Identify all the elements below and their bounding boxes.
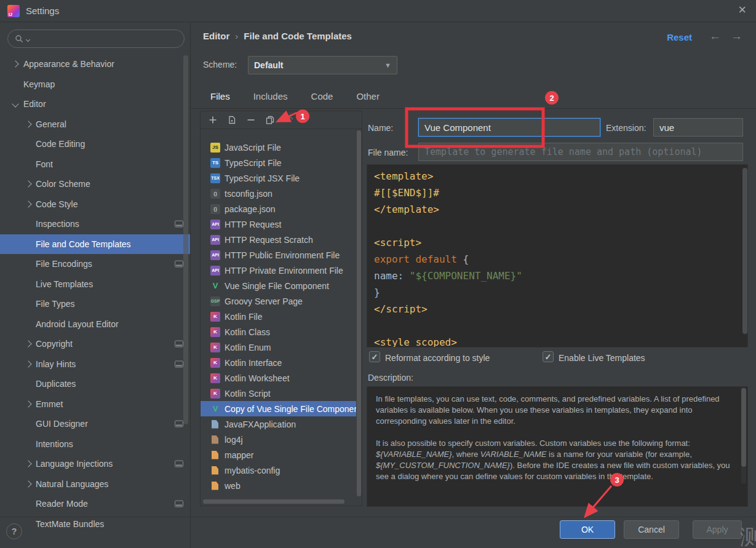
sidebar-item-language-injections[interactable]: Language Injections (0, 454, 190, 474)
template-item-vue-single-file-component[interactable]: VVue Single File Component (201, 278, 356, 293)
back-arrow-icon[interactable]: ← (709, 30, 721, 43)
file-type-icon: K (210, 327, 220, 337)
sidebar-item-android-layout-editor[interactable]: Android Layout Editor (0, 314, 190, 335)
template-item-mybatis-config[interactable]: mybatis-config (201, 463, 356, 478)
add-template-button[interactable] (208, 115, 218, 125)
remove-template-button[interactable] (246, 115, 256, 125)
template-list-horizontal-scrollbar[interactable] (203, 499, 344, 504)
chevron-right-icon (25, 341, 31, 347)
copy-template-button[interactable] (265, 115, 275, 125)
template-code-editor[interactable]: <template>#[[$END$]]#</template> <script… (367, 164, 748, 347)
create-child-template-button[interactable] (227, 115, 237, 125)
breadcrumb-page: File and Code Templates (244, 31, 352, 41)
template-item-label: web (225, 481, 241, 491)
template-item-javafxapplication[interactable]: JavaFXApplication (201, 416, 356, 432)
template-item-kotlin-enum[interactable]: KKotlin Enum (201, 340, 356, 355)
sidebar-item-appearance-behavior[interactable]: Appearance & Behavior (0, 54, 190, 74)
reset-link[interactable]: Reset (667, 32, 692, 42)
template-item-tsconfig-json[interactable]: {}tsconfig.json (201, 186, 356, 201)
sidebar-item-emmet[interactable]: Emmet (0, 394, 190, 415)
sidebar-item-file-types[interactable]: File Types (0, 294, 190, 314)
template-item-groovy-server-page[interactable]: GSPGroovy Server Page (201, 293, 356, 309)
sidebar-item-live-templates[interactable]: Live Templates (0, 274, 190, 295)
close-icon[interactable]: × (738, 2, 746, 18)
chevron-right-icon (25, 400, 31, 407)
name-input[interactable] (418, 118, 600, 137)
live-templates-checkbox[interactable]: ✓ (543, 351, 554, 362)
sidebar-item-reader-mode[interactable]: Reader Mode (0, 494, 190, 514)
template-item-label: Kotlin Worksheet (225, 373, 290, 383)
sidebar-scrollbar[interactable] (183, 55, 188, 424)
sidebar-item-file-encodings[interactable]: File Encodings (0, 254, 190, 274)
sidebar-item-label: GUI Designer (36, 419, 88, 429)
sidebar-item-inlay-hints[interactable]: Inlay Hints (0, 354, 190, 375)
sidebar-item-keymap[interactable]: Keymap (0, 74, 190, 95)
sidebar-item-color-scheme[interactable]: Color Scheme (0, 174, 190, 194)
code-line: #[[$END$]]# (374, 185, 747, 201)
description-scrollbar[interactable] (741, 388, 746, 467)
scheme-dropdown[interactable]: Default ▼ (248, 56, 397, 74)
sidebar-item-intentions[interactable]: Intentions (0, 434, 190, 455)
sidebar-item-gui-designer[interactable]: GUI Designer (0, 414, 190, 434)
settings-tree: Appearance & BehaviorKeymapEditorGeneral… (0, 54, 190, 534)
cancel-button[interactable]: Cancel (624, 520, 679, 539)
template-item-web[interactable]: web (201, 478, 356, 493)
code-line: <style scoped> (374, 334, 747, 347)
template-item-log4j[interactable]: log4j (201, 432, 356, 447)
sidebar-item-label: Intentions (36, 439, 73, 449)
file-type-icon: JS (210, 143, 220, 153)
template-item-http-request[interactable]: APIHTTP Request (201, 216, 356, 232)
sidebar-item-inspections[interactable]: Inspections (0, 214, 190, 234)
description-paragraph: It is also possible to specify custom va… (376, 438, 730, 482)
tab-other[interactable]: Other (355, 90, 381, 106)
sidebar-item-editor[interactable]: Editor (0, 94, 190, 114)
sidebar-item-code-editing[interactable]: Code Editing (0, 134, 190, 154)
template-item-typescript-jsx-file[interactable]: TSXTypeScript JSX File (201, 170, 356, 186)
screen-badge-icon (175, 221, 183, 228)
template-item-kotlin-script[interactable]: KKotlin Script (201, 386, 356, 401)
tab-includes[interactable]: Includes (252, 90, 289, 106)
ok-button[interactable]: OK (560, 520, 615, 539)
sidebar-item-natural-languages[interactable]: Natural Languages (0, 474, 190, 494)
apply-button[interactable]: Apply (693, 520, 742, 539)
template-list-vertical-scrollbar[interactable] (357, 130, 361, 496)
template-item-javascript-file[interactable]: JSJavaScript File (201, 140, 356, 155)
template-item-label: package.json (225, 204, 276, 214)
sidebar-item-font[interactable]: Font (0, 154, 190, 175)
sidebar-item-file-and-code-templates[interactable]: File and Code Templates (0, 234, 190, 255)
template-item-package-json[interactable]: {}package.json (201, 201, 356, 216)
extension-input[interactable] (653, 118, 743, 137)
sidebar-item-label: Inlay Hints (36, 359, 76, 369)
template-item-kotlin-class[interactable]: KKotlin Class (201, 324, 356, 340)
file-type-icon: V (210, 404, 220, 414)
editor-scrollbar[interactable] (742, 168, 747, 334)
breadcrumb-editor[interactable]: Editor (203, 31, 229, 41)
sidebar-item-label: Keymap (23, 79, 55, 89)
template-item-kotlin-file[interactable]: KKotlin File (201, 309, 356, 324)
template-item-kotlin-worksheet[interactable]: KKotlin Worksheet (201, 370, 356, 386)
template-item-copy-of-vue-single-file-component[interactable]: VCopy of Vue Single File Component (201, 401, 356, 416)
code-line: </template> (374, 201, 747, 218)
search-input[interactable] (33, 33, 177, 44)
help-button[interactable]: ? (6, 523, 22, 539)
forward-arrow-icon[interactable]: → (731, 30, 742, 43)
sidebar-item-code-style[interactable]: Code Style (0, 194, 190, 215)
reset-template-button[interactable]: ↶ (284, 115, 294, 125)
file-type-icon: API (210, 220, 220, 229)
tab-code[interactable]: Code (310, 90, 335, 106)
file-type-icon (212, 435, 218, 444)
search-box[interactable] (7, 30, 185, 48)
sidebar-item-general[interactable]: General (0, 114, 190, 135)
template-item-http-request-scratch[interactable]: APIHTTP Request Scratch (201, 232, 356, 247)
tab-files[interactable]: Files (209, 90, 231, 106)
template-item-http-private-environment-file[interactable]: APIHTTP Private Environment File (201, 263, 356, 278)
file-name-input[interactable] (418, 143, 743, 161)
template-item-http-public-environment-file[interactable]: APIHTTP Public Environment File (201, 247, 356, 263)
sidebar-item-copyright[interactable]: Copyright (0, 334, 190, 354)
template-item-mapper[interactable]: mapper (201, 447, 356, 463)
template-item-kotlin-interface[interactable]: KKotlin Interface (201, 355, 356, 370)
template-item-typescript-file[interactable]: TSTypeScript File (201, 155, 356, 170)
sidebar-item-duplicates[interactable]: Duplicates (0, 374, 190, 394)
reformat-checkbox[interactable]: ✓ (369, 351, 380, 362)
scheme-label: Scheme: (203, 60, 237, 69)
